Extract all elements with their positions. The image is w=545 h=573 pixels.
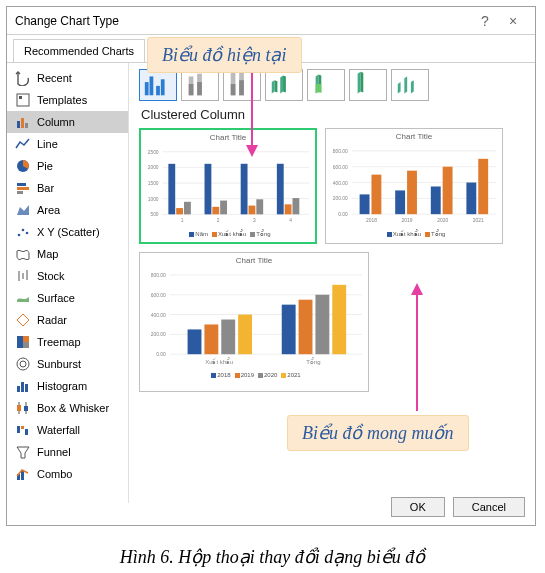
svg-rect-43 — [197, 82, 202, 95]
sidebar-item-recent[interactable]: Recent — [7, 67, 128, 89]
svg-rect-6 — [25, 123, 28, 128]
sidebar-item-stock[interactable]: Stock — [7, 265, 128, 287]
sidebar-item-boxwhisker[interactable]: Box & Whisker — [7, 397, 128, 419]
sidebar-item-scatter[interactable]: X Y (Scatter) — [7, 221, 128, 243]
svg-rect-64 — [220, 201, 227, 215]
svg-rect-19 — [23, 336, 29, 342]
svg-rect-92 — [478, 159, 488, 214]
svg-text:2020: 2020 — [437, 218, 448, 223]
svg-rect-112 — [299, 300, 313, 355]
svg-rect-62 — [205, 164, 212, 215]
svg-rect-23 — [17, 386, 20, 392]
svg-text:400.00: 400.00 — [333, 181, 348, 186]
surface-icon — [15, 290, 31, 306]
area-icon — [15, 202, 31, 218]
svg-text:2500: 2500 — [148, 150, 159, 155]
svg-rect-108 — [204, 324, 218, 354]
svg-rect-48 — [316, 84, 322, 92]
svg-marker-33 — [17, 447, 29, 458]
sidebar-item-surface[interactable]: Surface — [7, 287, 128, 309]
svg-rect-70 — [292, 198, 299, 214]
subtype-stacked[interactable] — [181, 69, 219, 101]
subtype-3d-stacked[interactable] — [307, 69, 345, 101]
templates-icon — [15, 92, 31, 108]
map-icon — [15, 246, 31, 262]
sidebar-item-line[interactable]: Line — [7, 133, 128, 155]
svg-rect-110 — [238, 315, 252, 355]
sidebar-item-area[interactable]: Area — [7, 199, 128, 221]
svg-rect-32 — [25, 429, 28, 435]
cancel-button[interactable]: Cancel — [453, 497, 525, 517]
sidebar-item-column[interactable]: Column — [7, 111, 128, 133]
svg-rect-107 — [188, 329, 202, 354]
svg-rect-38 — [156, 86, 160, 95]
section-title: Clustered Column — [141, 107, 527, 122]
svg-rect-69 — [285, 204, 292, 214]
subtype-clustered[interactable] — [139, 69, 177, 101]
svg-rect-18 — [17, 336, 23, 348]
sidebar-item-treemap[interactable]: Treemap — [7, 331, 128, 353]
preview-chart-2[interactable]: Chart Title 800.00600.00400.00200.000.00… — [325, 128, 503, 244]
sidebar-item-waterfall[interactable]: Waterfall — [7, 419, 128, 441]
sidebar-item-bar[interactable]: Bar — [7, 177, 128, 199]
sidebar-item-map[interactable]: Map — [7, 243, 128, 265]
sidebar-item-radar[interactable]: Radar — [7, 309, 128, 331]
ok-button[interactable]: OK — [391, 497, 445, 517]
line-icon — [15, 136, 31, 152]
preview-chart-1[interactable]: Chart Title 2500200015001000500 1234 Năm… — [139, 128, 317, 244]
svg-rect-35 — [21, 471, 24, 480]
treemap-icon — [15, 334, 31, 350]
tab-recommended[interactable]: Recommended Charts — [13, 39, 145, 62]
svg-rect-30 — [17, 426, 20, 433]
svg-rect-114 — [332, 285, 346, 354]
svg-text:Tổng: Tổng — [306, 357, 320, 365]
svg-point-22 — [20, 361, 26, 367]
svg-rect-3 — [19, 96, 22, 99]
subtype-3d[interactable] — [391, 69, 429, 101]
svg-rect-60 — [176, 208, 183, 214]
svg-rect-87 — [395, 190, 405, 214]
bar-icon — [15, 180, 31, 196]
svg-rect-85 — [360, 194, 370, 214]
svg-text:1500: 1500 — [148, 181, 159, 186]
svg-text:0.00: 0.00 — [338, 212, 348, 217]
svg-text:Xuất khẩu: Xuất khẩu — [205, 357, 233, 365]
subtype-3d-100stacked[interactable] — [349, 69, 387, 101]
svg-text:2: 2 — [217, 218, 220, 223]
svg-text:200.00: 200.00 — [151, 332, 166, 337]
svg-rect-9 — [17, 187, 29, 190]
svg-rect-67 — [256, 199, 263, 214]
sidebar-item-histogram[interactable]: Histogram — [7, 375, 128, 397]
sidebar-item-templates[interactable]: Templates — [7, 89, 128, 111]
svg-text:600.00: 600.00 — [151, 293, 166, 298]
close-button[interactable]: × — [499, 13, 527, 29]
svg-rect-20 — [23, 342, 29, 348]
sidebar-item-pie[interactable]: Pie — [7, 155, 128, 177]
combo-icon — [15, 466, 31, 482]
svg-rect-36 — [145, 82, 149, 95]
svg-rect-68 — [277, 164, 284, 215]
sidebar: Recent Templates Column Line Pie Bar Are… — [7, 63, 129, 503]
svg-rect-2 — [17, 94, 29, 106]
preview-chart-3[interactable]: Chart Title 800.00600.00400.00200.000.00… — [139, 252, 369, 392]
svg-text:3: 3 — [253, 218, 256, 223]
svg-text:400.00: 400.00 — [151, 313, 166, 318]
subtype-3d-clustered[interactable] — [265, 69, 303, 101]
waterfall-icon — [15, 422, 31, 438]
svg-rect-59 — [168, 164, 175, 214]
sidebar-item-combo[interactable]: Combo — [7, 463, 128, 485]
svg-rect-8 — [17, 183, 26, 186]
preview-chart-1-svg: 2500200015001000500 1234 — [141, 142, 315, 230]
svg-point-12 — [22, 229, 25, 232]
svg-text:1: 1 — [181, 218, 184, 223]
svg-rect-24 — [21, 382, 24, 392]
sidebar-item-funnel[interactable]: Funnel — [7, 441, 128, 463]
svg-text:600.00: 600.00 — [333, 165, 348, 170]
pie-icon — [15, 158, 31, 174]
column-icon — [15, 114, 31, 130]
svg-rect-45 — [231, 84, 236, 95]
preview-chart-3-svg: 800.00600.00400.00200.000.00 Xuất khẩuTổ… — [140, 265, 368, 372]
figure-caption: Hình 6. Hộp thoại thay đổi dạng biểu đồ — [0, 532, 545, 573]
sidebar-item-sunburst[interactable]: Sunburst — [7, 353, 128, 375]
help-button[interactable]: ? — [471, 13, 499, 29]
